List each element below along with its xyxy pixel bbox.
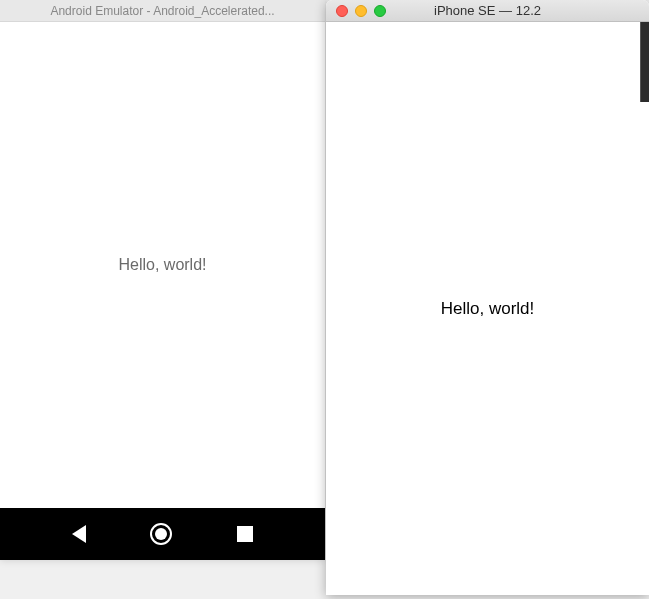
android-emulator-window: Android Emulator - Android_Accelerated..… (0, 0, 325, 560)
ios-simulator-window: iPhone SE — 12.2 Hello, world! (326, 0, 649, 595)
close-icon[interactable] (336, 5, 348, 17)
android-titlebar[interactable]: Android Emulator - Android_Accelerated..… (0, 0, 325, 22)
home-icon[interactable] (150, 523, 172, 545)
ios-app-viewport[interactable]: Hello, world! (326, 22, 649, 595)
android-window-title: Android Emulator - Android_Accelerated..… (50, 4, 274, 18)
android-navigation-bar (0, 508, 325, 560)
ios-titlebar[interactable]: iPhone SE — 12.2 (326, 0, 649, 22)
android-hello-text: Hello, world! (118, 256, 206, 274)
ios-hello-text: Hello, world! (441, 299, 535, 319)
window-traffic-lights (326, 5, 386, 17)
recent-apps-icon[interactable] (237, 526, 253, 542)
android-app-viewport[interactable]: Hello, world! (0, 22, 325, 508)
minimize-icon[interactable] (355, 5, 367, 17)
maximize-icon[interactable] (374, 5, 386, 17)
back-icon[interactable] (72, 525, 86, 543)
simulator-side-control (640, 22, 649, 102)
